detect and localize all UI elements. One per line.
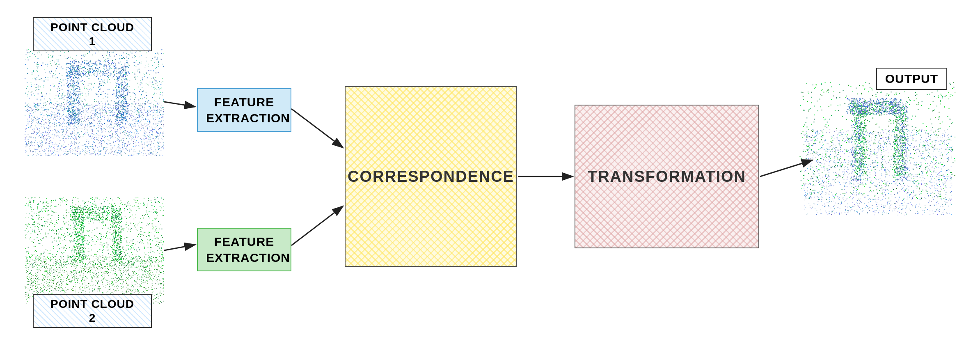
output-point-cloud-visual — [799, 82, 955, 238]
point-cloud-2-visual — [25, 197, 164, 304]
transformation-box: TRANSFORMATION — [575, 105, 759, 248]
feature-extraction-1-box: FEATURE EXTRACTION — [197, 88, 291, 132]
point-cloud-1-label: POINT CLOUD 1 — [33, 17, 152, 51]
arrow-pc2-feat2 — [164, 245, 195, 250]
point-cloud-2-label: POINT CLOUD 2 — [33, 294, 152, 328]
correspondence-box: CORRESPONDENCE — [345, 86, 517, 267]
feature-extraction-2-box: FEATURE EXTRACTION — [197, 228, 291, 271]
output-label: OUTPUT — [876, 68, 947, 90]
arrow-feat2-corr — [291, 206, 343, 245]
arrow-pc1-feat1 — [164, 102, 195, 107]
point-cloud-1-visual — [25, 49, 164, 156]
diagram-container: POINT CLOUD 1 POINT CLOUD 2 FEATURE EXTR… — [0, 0, 980, 353]
arrow-feat1-corr — [291, 109, 343, 148]
